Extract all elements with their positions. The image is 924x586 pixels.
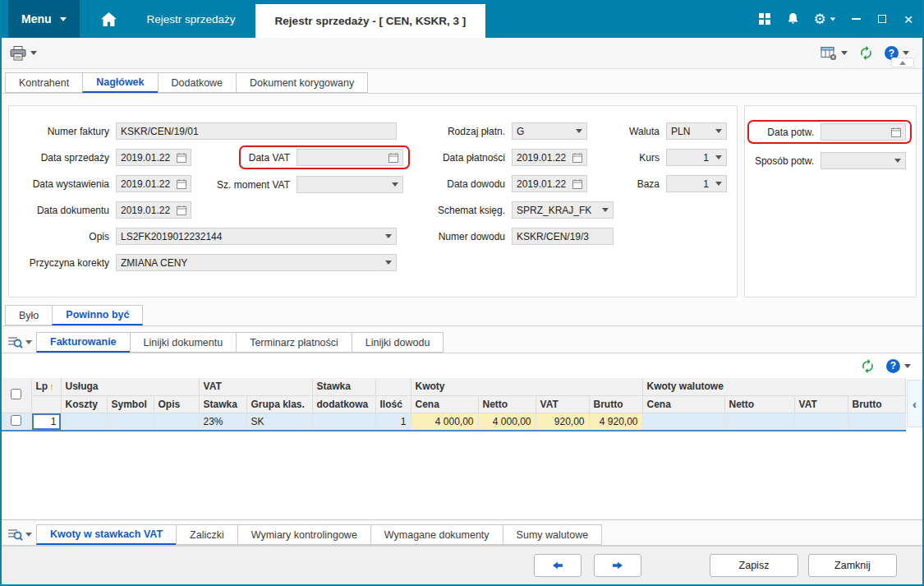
colgroup-kwoty-walutowe[interactable]: Kwoty walutowe — [642, 378, 905, 395]
refresh-button[interactable] — [858, 45, 874, 61]
collapse-columns-button[interactable]: ‹ — [907, 380, 922, 427]
close-form-button[interactable]: Zamknij — [808, 554, 897, 577]
print-button[interactable] — [10, 46, 37, 61]
schemat-ksieg-combo[interactable]: SPRZ_KRAJ_FK — [512, 201, 614, 219]
przyczyna-korekty-combo[interactable]: ZMIANA CENY — [116, 254, 397, 271]
tab-naglowek[interactable]: Nagłówek — [82, 72, 158, 93]
cell-symbol[interactable] — [107, 413, 154, 431]
data-dokumentu-field[interactable]: 2019.01.22 — [116, 201, 191, 219]
cell-grupa-klas[interactable]: SK — [246, 413, 312, 431]
col-grupa-klas[interactable]: Grupa klas. — [246, 395, 312, 413]
col-netto[interactable]: Netto — [478, 395, 536, 413]
data-wystawienia-field[interactable]: 2019.01.22 — [116, 175, 191, 192]
cell-vat-wal[interactable] — [794, 413, 848, 431]
next-record-button[interactable] — [594, 554, 641, 577]
sz-moment-vat-combo[interactable] — [297, 176, 403, 193]
col-brutto-wal[interactable]: Brutto — [848, 395, 905, 413]
tab-sumy-walutowe[interactable]: Sumy walutowe — [503, 524, 603, 545]
minimize-button[interactable] — [845, 7, 867, 31]
data-sprzedazy-field[interactable]: 2019.01.22 — [116, 149, 191, 166]
col-brutto[interactable]: Brutto — [589, 395, 642, 413]
menu-button[interactable]: Menu — [8, 0, 80, 38]
cell-ilosc[interactable]: 1 — [375, 413, 411, 431]
data-dowodu-field[interactable]: 2019.01.22 — [512, 175, 587, 192]
numer-dowodu-field[interactable]: KSKR/CEN/19/3 — [512, 228, 614, 245]
data-platnosci-field[interactable]: 2019.01.22 — [512, 149, 587, 166]
numer-faktury-field[interactable]: KSKR/CEN/19/01 — [116, 122, 397, 140]
cell-vat[interactable]: 920,00 — [536, 413, 589, 431]
grid-help-button[interactable]: ? — [886, 359, 911, 373]
tab-wymiary-kontrolingowe[interactable]: Wymiary kontrolingowe — [237, 524, 371, 545]
previous-record-button[interactable] — [534, 554, 582, 577]
schemat-ksieg-label: Schemat księg. — [403, 205, 505, 216]
tab-dokument-korygowany[interactable]: Dokument korygowany — [236, 72, 368, 93]
col-stawka-dodatkowa[interactable]: Stawka — [312, 378, 375, 395]
settings-button[interactable]: ⚙ — [809, 7, 840, 31]
colgroup-usluga[interactable]: Usługa — [61, 378, 199, 395]
col-vat[interactable]: VAT — [536, 395, 589, 413]
confirmation-panel: Data potw. Sposób potw. — [744, 105, 917, 298]
col-cena-wal[interactable]: Cena — [642, 395, 724, 413]
colgroup-kwoty[interactable]: Kwoty — [411, 378, 642, 395]
cell-koszty[interactable] — [61, 413, 107, 431]
close-button[interactable]: × — [898, 7, 919, 31]
baza-combo[interactable]: 1 — [666, 175, 727, 192]
col-koszty[interactable]: Koszty — [61, 395, 107, 413]
cell-netto-wal[interactable] — [724, 413, 794, 431]
view-settings-button[interactable] — [821, 46, 848, 61]
col-opis[interactable]: Opis — [154, 395, 199, 413]
table-row[interactable]: 1 23% SK 1 4 000,00 4 000,00 920,00 4 92… — [2, 413, 905, 431]
tab-bylo[interactable]: Było — [5, 305, 53, 325]
tab-linijki-dowodu[interactable]: Linijki dowodu — [352, 332, 444, 353]
tab-kwoty-w-stawkach-vat[interactable]: Kwoty w stawkach VAT — [36, 524, 177, 545]
window-tab-rejestr-active[interactable]: Rejestr sprzedaży - [ CEN, KSKR, 3 ] — [255, 4, 486, 38]
tab-kontrahent[interactable]: Kontrahent — [5, 72, 83, 93]
col-cena[interactable]: Cena — [411, 395, 478, 413]
chevron-up-icon — [899, 61, 906, 65]
tab-dodatkowe[interactable]: Dodatkowe — [158, 72, 237, 93]
tab-wymagane-dokumenty[interactable]: Wymagane dokumenty — [370, 524, 503, 545]
grid-refresh-button[interactable] — [860, 358, 876, 374]
col-vat-wal[interactable]: VAT — [794, 395, 848, 413]
tab-zaliczki[interactable]: Zaliczki — [176, 524, 238, 545]
cell-stawka[interactable]: 23% — [199, 413, 246, 431]
tab-linijki-dokumentu[interactable]: Linijki dokumentu — [130, 332, 237, 353]
cell-brutto-wal[interactable] — [848, 413, 905, 431]
cell-cena[interactable]: 4 000,00 — [411, 413, 478, 431]
select-all-checkbox[interactable] — [11, 389, 21, 399]
col-symbol[interactable]: Symbol — [107, 395, 154, 413]
save-button[interactable]: Zapisz — [710, 554, 798, 577]
data-potw-field[interactable] — [821, 123, 906, 141]
rodzaj-platn-combo[interactable]: G — [512, 122, 587, 140]
tab-terminarz-platnosci[interactable]: Terminarz płatności — [236, 332, 352, 353]
cell-netto[interactable]: 4 000,00 — [478, 413, 536, 431]
waluta-combo[interactable]: PLN — [666, 122, 727, 140]
home-button[interactable] — [91, 0, 127, 38]
window-tab-rejestr[interactable]: Rejestr sprzedaży — [127, 0, 255, 38]
summary-search-button[interactable] — [3, 524, 36, 545]
col-dodatkowa[interactable]: dodatkowa — [312, 395, 375, 413]
kurs-combo[interactable]: 1 — [666, 149, 727, 166]
maximize-button[interactable] — [871, 7, 893, 31]
col-stawka[interactable]: Stawka — [199, 395, 246, 413]
col-ilosc-spacer — [375, 378, 411, 395]
data-vat-field[interactable] — [297, 149, 403, 166]
row-checkbox[interactable] — [11, 415, 21, 426]
tab-fakturowanie[interactable]: Fakturowanie — [36, 332, 131, 353]
sposob-potw-combo[interactable] — [821, 152, 906, 169]
opis-combo[interactable]: LS2FK2019012232144 — [116, 228, 397, 245]
notifications-button[interactable] — [781, 7, 804, 31]
tab-powinno-byc[interactable]: Powinno być — [52, 305, 143, 325]
cell-brutto[interactable]: 4 920,00 — [589, 413, 642, 431]
cell-lp[interactable]: 1 — [31, 413, 61, 431]
cell-cena-wal[interactable] — [642, 413, 724, 431]
cell-opis[interactable] — [154, 413, 199, 431]
col-lp[interactable]: Lp↑ — [31, 378, 61, 395]
colgroup-vat[interactable]: VAT — [199, 378, 312, 395]
col-netto-wal[interactable]: Netto — [724, 395, 794, 413]
grid-search-button[interactable] — [3, 331, 36, 353]
collapse-toolbar-button[interactable] — [891, 58, 914, 67]
cell-stawka-dodatkowa[interactable] — [312, 413, 375, 431]
apps-button[interactable] — [753, 7, 776, 31]
col-ilosc[interactable]: Ilość — [375, 395, 411, 413]
